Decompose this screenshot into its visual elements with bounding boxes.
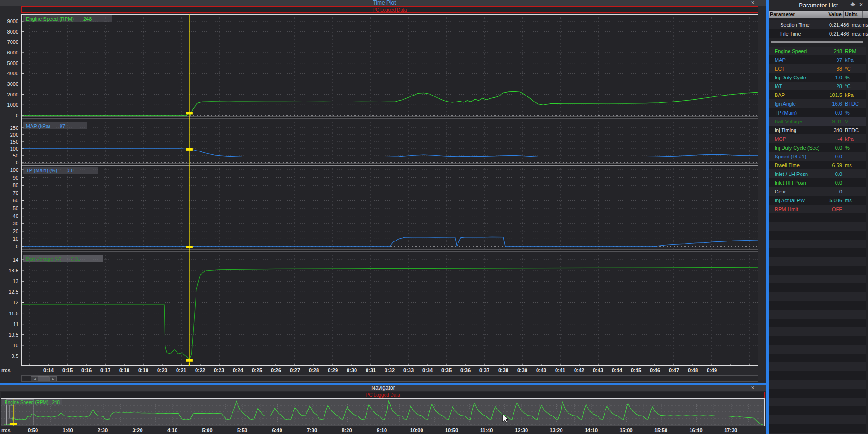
vertical-splitter[interactable] xyxy=(766,0,769,434)
parameter-row[interactable]: BAP101.5kPa xyxy=(769,90,866,99)
parameter-value: OFF xyxy=(824,206,842,212)
parameter-value: 0.0 xyxy=(824,171,842,177)
series-chip-engine_speed[interactable]: Engine Speed (RPM)248 xyxy=(23,15,112,22)
parameter-value: 0.0 xyxy=(824,145,842,151)
x-tick-label: 0:25 xyxy=(252,368,262,373)
y-tick-label: 60 xyxy=(1,198,18,203)
parameter-row[interactable]: ECT88°C xyxy=(769,64,866,73)
parameter-value: 9.31 xyxy=(824,119,842,124)
x-tick-label: 0:44 xyxy=(612,368,622,373)
x-tick-label: 0:43 xyxy=(593,368,603,373)
parameter-row[interactable]: Inj Duty Cycle (Sec)0.0% xyxy=(769,143,866,152)
y-tick-label: 70 xyxy=(1,190,18,196)
navigator-canvas[interactable]: Engine Speed (RPM) 248 xyxy=(1,398,765,426)
x-tick-label: 0:21 xyxy=(176,368,186,373)
parameter-row-empty xyxy=(769,222,866,231)
column-header-parameter[interactable]: Parameter xyxy=(769,11,820,18)
x-tick-label: 0:30 xyxy=(347,368,357,373)
parameter-row-empty xyxy=(769,415,866,424)
parameter-unit: % xyxy=(842,75,867,80)
parameter-row[interactable]: MGP-4kPa xyxy=(769,134,866,143)
parameter-value: 1.0 xyxy=(824,75,842,80)
parameter-value: 101.5 xyxy=(824,92,842,98)
parameter-row[interactable]: Gear0 xyxy=(769,187,866,196)
x-tick-label: 0:28 xyxy=(309,368,319,373)
parameter-row-empty xyxy=(769,275,866,283)
parameter-list-close-icon[interactable]: ✕ xyxy=(859,1,863,8)
time-plot-window: Time Plot ✕ PC Logged Data 0100020003000… xyxy=(0,0,769,383)
parameter-unit: BTDC xyxy=(842,101,867,107)
parameter-row[interactable]: File Time0:21.436m:s:ms xyxy=(769,29,866,38)
x-tick-label: 0:40 xyxy=(536,368,546,373)
parameter-row[interactable]: Inj Timing340BTDC xyxy=(769,126,866,134)
parameter-row[interactable]: TP (Main)0.0% xyxy=(769,108,866,117)
parameter-row[interactable]: Inlet RH Posn0.0 xyxy=(769,178,866,187)
parameter-row[interactable]: IAT28°C xyxy=(769,82,866,90)
parameter-row[interactable]: Inj Actual PW5.036ms xyxy=(769,196,866,205)
x-tick-label: 0:36 xyxy=(460,368,471,373)
x-tick-label: 0:17 xyxy=(100,368,110,373)
time-plot-close-icon[interactable]: ✕ xyxy=(751,0,755,6)
x-tick-label: 0:48 xyxy=(688,368,698,373)
navigator-x-tick-label: 6:40 xyxy=(272,428,282,433)
scrollbar-right-arrow-icon[interactable]: ► xyxy=(49,376,57,381)
scrollbar-thumb[interactable] xyxy=(38,376,50,381)
parameter-row[interactable]: Section Time0:21.436m:s:ms xyxy=(769,20,866,29)
time-plot-scrollbar[interactable]: ◄ ► xyxy=(21,375,758,382)
series-chip-value: 0.0 xyxy=(67,168,73,173)
y-tick-label: 1000 xyxy=(1,102,18,108)
series-chip-map[interactable]: MAP (kPa)97 xyxy=(23,122,87,129)
y-tick-label: 2000 xyxy=(1,92,18,97)
parameter-name: Batt Voltage xyxy=(769,119,824,124)
y-tick-label: 13 xyxy=(1,278,18,284)
parameter-row[interactable]: Speed (DI #1)0.0 xyxy=(769,152,866,161)
y-tick-label: 150 xyxy=(1,139,18,145)
time-plot-canvas[interactable] xyxy=(21,14,758,366)
move-dock-icon[interactable]: ✥ xyxy=(850,1,855,8)
x-tick-label: 0:42 xyxy=(574,368,584,373)
parameter-row[interactable]: RPM LimitOFF xyxy=(769,205,866,213)
series-chip-batt_voltage[interactable]: Batt Voltage (V)9.31 xyxy=(23,255,103,262)
navigator-x-tick-label: 0:50 xyxy=(28,428,38,433)
scrollbar-left-arrow-icon[interactable]: ◄ xyxy=(31,376,38,381)
y-tick-label: 0 xyxy=(1,160,18,165)
parameter-unit: °C xyxy=(842,84,867,89)
parameter-name: ECT xyxy=(769,66,824,72)
column-header-units[interactable]: Units xyxy=(844,11,863,18)
navigator-source-label: PC Logged Data xyxy=(366,392,400,398)
parameter-name: Inj Actual PW xyxy=(769,198,824,203)
parameter-row[interactable]: Inlet / LH Posn0.0 xyxy=(769,169,866,178)
parameter-row[interactable]: Dwell Time6.59ms xyxy=(769,161,866,169)
y-tick-label: 12.5 xyxy=(1,289,18,295)
x-tick-label: 0:37 xyxy=(479,368,489,373)
navigator-close-icon[interactable]: ✕ xyxy=(751,385,755,391)
time-plot-title: Time Plot xyxy=(373,0,396,6)
parameter-row[interactable]: Engine Speed248RPM xyxy=(769,47,866,55)
parameter-value: 248 xyxy=(824,48,842,54)
x-tick-label: 0:27 xyxy=(290,368,300,373)
x-tick-label: 0:23 xyxy=(214,368,224,373)
time-plot-source-banner: PC Logged Data xyxy=(21,6,758,13)
series-chip-value: 97 xyxy=(60,123,65,129)
x-tick-label: 0:34 xyxy=(422,368,433,373)
y-tick-label: 10 xyxy=(1,343,18,348)
x-tick-label: 0:31 xyxy=(366,368,376,373)
y-tick-label: 10.5 xyxy=(1,332,18,338)
navigator-x-tick-label: 1:40 xyxy=(62,428,73,433)
y-tick-label: 8000 xyxy=(1,29,18,35)
parameter-name: Gear xyxy=(769,189,824,194)
parameter-row[interactable]: Batt Voltage9.31V xyxy=(769,117,866,126)
navigator-series-chip[interactable]: Engine Speed (RPM) 248 xyxy=(2,399,62,405)
parameter-unit: °C xyxy=(842,66,867,72)
parameter-value: 88 xyxy=(824,66,842,72)
parameter-row[interactable]: Inj Duty Cycle1.0% xyxy=(769,73,866,82)
parameter-unit: ms xyxy=(842,198,867,203)
series-chip-tp_main[interactable]: TP (Main) (%)0.0 xyxy=(23,167,98,174)
navigator-series-label: Engine Speed (RPM) xyxy=(5,400,49,405)
navigator-x-tick-label: 8:20 xyxy=(342,428,352,433)
y-tick-label: 14 xyxy=(1,257,18,263)
navigator-title: Navigator xyxy=(371,385,395,391)
parameter-row[interactable]: MAP97kPa xyxy=(769,55,866,64)
column-header-value[interactable]: Value xyxy=(820,11,844,18)
parameter-row[interactable]: Ign Angle16.6BTDC xyxy=(769,99,866,108)
